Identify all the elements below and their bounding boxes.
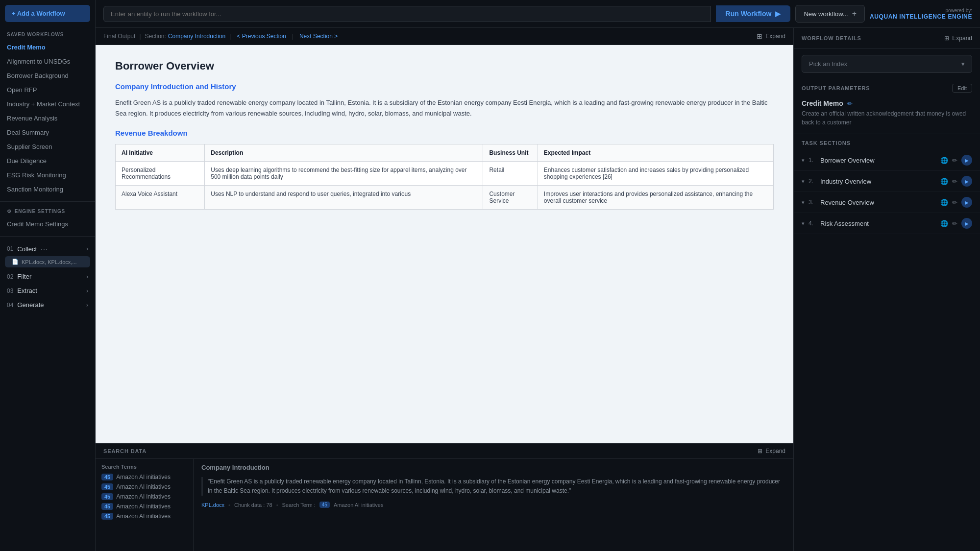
sidebar-item-revenue[interactable]: Revenue Analysis [0,111,95,125]
search-result-title: Company Introduction [201,464,785,471]
task-section-icons-2: 🌐 ✏ ▶ [940,197,972,208]
edit-pencil-icon[interactable]: ✏ [847,100,853,107]
globe-icon-2[interactable]: 🌐 [940,199,948,206]
section-nav: Final Output | Section: Company Introduc… [96,28,793,45]
search-term-item[interactable]: 45 Amazon AI initiatives [101,483,187,490]
sidebar-step-collect[interactable]: 01 Collect ··· › [0,241,95,256]
pencil-icon-0[interactable]: ✏ [952,157,957,164]
document-title: Borrower Overview [115,60,774,72]
topbar: Run Workflow ▶ New workflow... + powered… [96,0,980,28]
nav-separator: | [139,33,141,40]
sidebar-step-generate[interactable]: 04 Generate › [0,298,95,312]
task-section-item-0[interactable]: ▾ 1. Borrower Overview 🌐 ✏ ▶ [794,150,980,171]
search-term-text-0: Amazon AI initiatives [116,474,171,480]
result-file-link[interactable]: KPL.docx [201,502,224,508]
sidebar-item-supplier-screen[interactable]: Supplier Screen [0,140,95,154]
expand-icon-2: ⊞ [758,448,762,455]
task-section-icons-1: 🌐 ✏ ▶ [940,176,972,187]
search-term-text-4: Amazon AI initiatives [116,513,171,520]
new-workflow-label: New workflow... [804,10,848,18]
play-icon-2[interactable]: ▶ [961,197,972,208]
search-term-item[interactable]: 45 Amazon AI initiatives [101,493,187,500]
sidebar-file-item[interactable]: 📄 KPL.docx, KPL.docx,... [5,256,90,267]
credit-memo-label: Credit Memo [802,99,843,107]
workflow-details-title: WORFLOW DETAILS [802,35,861,41]
task-section-num-0: 1. [808,157,816,164]
workflow-details-expand-button[interactable]: ⊞ Expand [944,35,972,42]
task-section-item-1[interactable]: ▾ 2. Industry Overview 🌐 ✏ ▶ [794,171,980,192]
pick-index-dropdown[interactable]: Pick an Index ▾ [802,55,972,73]
sidebar-item-alignment[interactable]: Alignment to UNSDGs [0,54,95,69]
add-workflow-button[interactable]: + Add a Workflow [5,5,90,22]
chevron-right-icon: › [86,245,88,252]
revenue-table: AI Initiative Description Business Unit … [115,144,774,210]
task-section-item-3[interactable]: ▾ 4. Risk Assessment 🌐 ✏ ▶ [794,213,980,234]
sidebar-item-credit-memo[interactable]: Credit Memo [0,40,95,54]
step-name-filter: Filter [17,273,31,280]
sidebar-item-borrower-bg[interactable]: Borrower Background [0,69,95,83]
prev-section-button[interactable]: < Previous Section [237,33,286,40]
content-area: Final Output | Section: Company Introduc… [96,28,980,551]
step-num-02: 02 [7,273,13,280]
task-section-num-2: 3. [808,199,816,206]
sidebar-item-sanction-monitoring[interactable]: Sanction Monitoring [0,182,95,196]
pencil-icon-1[interactable]: ✏ [952,178,957,185]
search-term-text-2: Amazon AI initiatives [116,493,171,500]
search-term-badge-3: 45 [101,503,113,510]
edit-button[interactable]: Edit [952,84,972,93]
play-icon-1[interactable]: ▶ [961,176,972,187]
search-term-badge-0: 45 [101,474,113,480]
output-params-header: OUTPUT PARAMETERS Edit [794,79,980,96]
sidebar-item-due-diligence[interactable]: Due Diligence [0,154,95,168]
globe-icon-3[interactable]: 🌐 [940,220,948,227]
step-dots: ··· [41,245,48,253]
task-sections-label: TASK SECTIONS [794,134,980,150]
table-cell-description-1: Uses NLP to understand and respond to us… [205,186,483,210]
document-panel: Borrower Overview Company Introduction a… [96,45,793,443]
sidebar-item-esg-risk[interactable]: ESG Risk Monitoring [0,168,95,182]
table-cell-business-unit-1: Customer Service [483,186,538,210]
sidebar-item-open-rfp[interactable]: Open RFP [0,83,95,97]
task-section-name-2: Revenue Overview [820,199,936,206]
entity-search-input[interactable] [103,6,711,22]
globe-icon-0[interactable]: 🌐 [940,157,948,164]
sidebar-divider [0,201,95,202]
chevron-right-icon-4: › [86,302,88,309]
sidebar-item-deal-summary[interactable]: Deal Summary [0,125,95,140]
play-icon: ▶ [775,10,781,18]
search-data-expand-button[interactable]: ⊞ Expand [758,448,785,455]
pencil-icon-2[interactable]: ✏ [952,199,957,206]
sidebar-item-industry-market[interactable]: Industry + Market Context [0,97,95,111]
play-icon-3[interactable]: ▶ [961,218,972,229]
current-section: Company Introduction [168,33,225,40]
file-name: KPL.docx, KPL.docx,... [22,259,77,265]
task-section-num-1: 2. [808,178,816,185]
table-cell-business-unit-0: Retail [483,162,538,186]
chunk-data: Chunk data : 78 [234,502,272,508]
search-term-item[interactable]: 45 Amazon AI initiatives [101,513,187,520]
powered-by: powered by: AUQUAN INTELLIGENCE ENGINE [870,8,972,20]
brand-name: AUQUAN INTELLIGENCE ENGINE [870,13,972,20]
globe-icon-1[interactable]: 🌐 [940,178,948,185]
sidebar-item-credit-memo-settings[interactable]: Credit Memo Settings [0,217,95,231]
play-icon-0[interactable]: ▶ [961,155,972,166]
sidebar-step-extract[interactable]: 03 Extract › [0,284,95,298]
final-output-link[interactable]: Final Output [103,32,135,41]
chevron-down-icon-1: ▾ [802,178,805,185]
task-section-name-1: Industry Overview [820,178,936,185]
chevron-down-icon-2: ▾ [802,199,805,206]
run-workflow-button[interactable]: Run Workflow ▶ [716,5,791,22]
engine-settings-label: ⚙ ENGINE SETTINGS [0,207,95,217]
center-panel: Final Output | Section: Company Introduc… [96,28,794,551]
search-term-text-1: Amazon AI initiatives [116,483,171,490]
expand-button[interactable]: ⊞ Expand [757,32,785,40]
search-term-item[interactable]: 45 Amazon AI initiatives [101,474,187,480]
pencil-icon-3[interactable]: ✏ [952,220,957,227]
sidebar-step-filter[interactable]: 02 Filter › [0,269,95,284]
next-section-button[interactable]: Next Section > [299,33,338,40]
new-workflow-button[interactable]: New workflow... + [795,5,865,23]
search-term-item[interactable]: 45 Amazon AI initiatives [101,503,187,510]
task-section-name-0: Borrower Overview [820,157,936,164]
task-section-item-2[interactable]: ▾ 3. Revenue Overview 🌐 ✏ ▶ [794,192,980,213]
revenue-breakdown-title: Revenue Breakdown [115,129,774,137]
